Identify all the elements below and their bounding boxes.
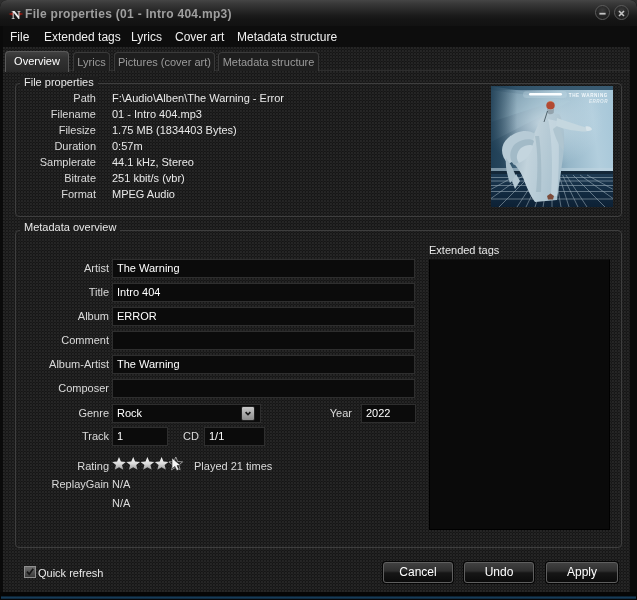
svg-text:N: N	[11, 8, 20, 22]
svg-text:ERROR: ERROR	[589, 99, 608, 104]
svg-text:THE WARNING: THE WARNING	[569, 93, 608, 98]
